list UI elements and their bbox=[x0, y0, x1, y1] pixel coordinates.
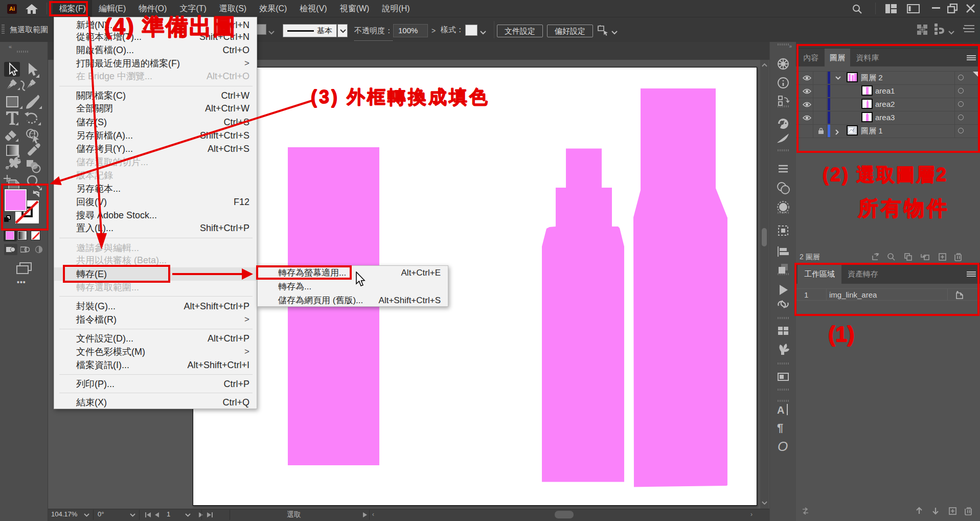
svg-text:¶: ¶ bbox=[777, 421, 783, 434]
svg-text:A: A bbox=[777, 404, 784, 416]
svg-text:O: O bbox=[778, 439, 788, 454]
